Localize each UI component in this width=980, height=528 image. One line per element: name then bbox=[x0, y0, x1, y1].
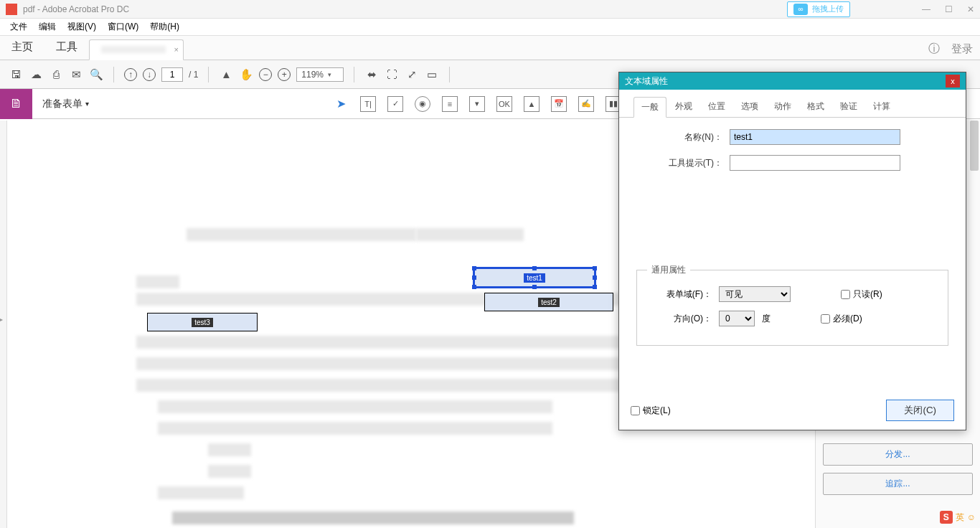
tab-actions[interactable]: 动作 bbox=[767, 97, 798, 117]
tooltip-input[interactable] bbox=[730, 155, 900, 171]
page-number-input[interactable] bbox=[161, 67, 183, 82]
formfield-label: 表单域(F)： bbox=[647, 288, 712, 301]
menu-window[interactable]: 窗口(W) bbox=[103, 19, 143, 34]
dialog-titlebar[interactable]: 文本域属性 x bbox=[619, 72, 966, 90]
common-properties-fieldset: 通用属性 表单域(F)： 可见 只读(R) 方向(O)： 0 度 必须(D) bbox=[636, 264, 948, 346]
pointer-tool-icon[interactable]: ▲ bbox=[219, 67, 233, 82]
ime-indicator[interactable]: S 英 ☺ bbox=[940, 511, 976, 524]
formfield-select[interactable]: 可见 bbox=[719, 286, 791, 302]
cloud-save-icon[interactable]: ☁ bbox=[29, 67, 43, 82]
tab-calculate[interactable]: 计算 bbox=[866, 97, 897, 117]
menu-file[interactable]: 文件 bbox=[6, 19, 32, 34]
zoom-out-icon[interactable]: − bbox=[259, 68, 272, 81]
readonly-checkbox[interactable]: 只读(R) bbox=[841, 288, 882, 301]
blurred-text bbox=[136, 336, 639, 349]
email-icon[interactable]: ✉ bbox=[69, 67, 83, 82]
checkbox-tool-icon[interactable]: ✓ bbox=[387, 96, 403, 112]
left-rail-expand-icon[interactable]: ▸ bbox=[0, 314, 3, 324]
text-field-properties-dialog: 文本域属性 x 一般 外观 位置 选项 动作 格式 验证 计算 名称(N)： 工… bbox=[618, 72, 966, 430]
menu-view[interactable]: 视图(V) bbox=[63, 19, 100, 34]
field-label: test2 bbox=[538, 298, 560, 307]
select-tool-icon[interactable]: ➤ bbox=[333, 96, 349, 112]
fullscreen-icon[interactable]: ⤢ bbox=[405, 67, 419, 82]
minimize-button[interactable]: — bbox=[922, 4, 930, 14]
drag-upload-button[interactable]: ∞ 拖拽上传 bbox=[787, 1, 850, 17]
app-icon bbox=[6, 4, 17, 15]
form-field-test2[interactable]: test2 bbox=[484, 293, 613, 311]
tooltip-label: 工具提示(T)： bbox=[636, 157, 722, 169]
dialog-close-icon[interactable]: x bbox=[946, 75, 960, 88]
save-icon[interactable]: 🖫 bbox=[9, 67, 23, 82]
tab-tools[interactable]: 工具 bbox=[44, 34, 89, 60]
name-label: 名称(N)： bbox=[636, 131, 722, 143]
date-tool-icon[interactable]: 📅 bbox=[551, 96, 567, 112]
common-properties-legend: 通用属性 bbox=[647, 264, 690, 276]
close-window-button[interactable]: ✕ bbox=[967, 4, 974, 14]
page-total: / 1 bbox=[189, 70, 198, 80]
locked-checkbox[interactable]: 锁定(L) bbox=[631, 405, 671, 417]
zoom-in-icon[interactable]: + bbox=[278, 68, 291, 81]
track-button[interactable]: 追踪... bbox=[823, 473, 973, 495]
menu-edit[interactable]: 编辑 bbox=[34, 19, 60, 34]
scrollbar-thumb[interactable] bbox=[970, 121, 979, 171]
ime-face-icon: ☺ bbox=[967, 512, 976, 522]
blurred-text bbox=[136, 379, 639, 392]
tab-position[interactable]: 位置 bbox=[701, 97, 732, 117]
form-field-test1[interactable]: test1 bbox=[473, 268, 595, 288]
reading-mode-icon[interactable]: ▭ bbox=[425, 67, 439, 82]
radio-tool-icon[interactable]: ◉ bbox=[415, 96, 430, 112]
list-tool-icon[interactable]: ≡ bbox=[442, 96, 458, 112]
name-input[interactable] bbox=[730, 129, 900, 145]
menu-help[interactable]: 帮助(H) bbox=[146, 19, 184, 34]
dialog-body: 名称(N)： 工具提示(T)： 通用属性 表单域(F)： 可见 只读(R) 方向… bbox=[619, 118, 966, 357]
blurred-text bbox=[136, 357, 639, 370]
required-checkbox[interactable]: 必须(D) bbox=[821, 313, 862, 325]
page-down-icon[interactable]: ↓ bbox=[143, 68, 156, 81]
document-tab[interactable]: × bbox=[89, 39, 184, 60]
cloud-icon: ∞ bbox=[793, 4, 808, 15]
form-field-test3[interactable]: test3 bbox=[147, 313, 258, 331]
hand-tool-icon[interactable]: ✋ bbox=[239, 67, 253, 82]
dialog-tabs: 一般 外观 位置 选项 动作 格式 验证 计算 bbox=[619, 90, 966, 118]
tab-general[interactable]: 一般 bbox=[633, 97, 666, 118]
blurred-text bbox=[208, 465, 251, 478]
window-controls: — ☐ ✕ bbox=[922, 4, 974, 14]
tab-appearance[interactable]: 外观 bbox=[668, 97, 699, 117]
print-icon[interactable]: ⎙ bbox=[49, 67, 63, 82]
fit-width-icon[interactable]: ⬌ bbox=[364, 67, 379, 82]
close-button[interactable]: 关闭(C) bbox=[886, 400, 954, 421]
fit-page-icon[interactable]: ⛶ bbox=[385, 67, 399, 82]
distribute-button[interactable]: 分发... bbox=[823, 443, 973, 466]
tab-options[interactable]: 选项 bbox=[734, 97, 765, 117]
button-tool-icon[interactable]: OK bbox=[496, 96, 512, 112]
tab-format[interactable]: 格式 bbox=[800, 97, 831, 117]
prepare-form-dropdown[interactable]: 准备表单▾ bbox=[32, 98, 99, 110]
form-field-tools: ➤ T| ✓ ◉ ≡ ▾ OK ▲ 📅 ✍ ▮▮ bbox=[333, 96, 621, 112]
help-icon[interactable]: ⓘ bbox=[928, 42, 940, 57]
direction-label: 方向(O)： bbox=[647, 313, 712, 325]
search-icon[interactable]: 🔍 bbox=[89, 67, 103, 82]
sogou-icon: S bbox=[940, 511, 953, 524]
left-navigation-rail[interactable]: ▸ bbox=[0, 121, 7, 528]
prepare-form-icon[interactable]: 🗎 bbox=[0, 89, 32, 119]
blurred-text bbox=[208, 443, 251, 456]
degree-label: 度 bbox=[762, 313, 771, 325]
dialog-footer: 锁定(L) 关闭(C) bbox=[631, 400, 954, 421]
maximize-button[interactable]: ☐ bbox=[945, 4, 953, 14]
tab-home[interactable]: 主页 bbox=[0, 34, 44, 60]
text-field-tool-icon[interactable]: T| bbox=[360, 96, 376, 112]
image-tool-icon[interactable]: ▲ bbox=[524, 96, 540, 112]
blurred-text bbox=[158, 486, 244, 499]
blurred-text bbox=[158, 400, 552, 413]
login-link[interactable]: 登录 bbox=[951, 42, 973, 56]
ime-lang: 英 bbox=[956, 512, 964, 524]
zoom-select[interactable]: 119% bbox=[296, 67, 344, 82]
page-up-icon[interactable]: ↑ bbox=[124, 68, 137, 81]
close-tab-icon[interactable]: × bbox=[174, 45, 179, 54]
tab-validate[interactable]: 验证 bbox=[833, 97, 864, 117]
direction-select[interactable]: 0 bbox=[719, 311, 755, 326]
field-label: test1 bbox=[524, 273, 545, 283]
signature-tool-icon[interactable]: ✍ bbox=[578, 96, 594, 112]
blurred-text bbox=[158, 422, 552, 435]
dropdown-tool-icon[interactable]: ▾ bbox=[469, 96, 485, 112]
